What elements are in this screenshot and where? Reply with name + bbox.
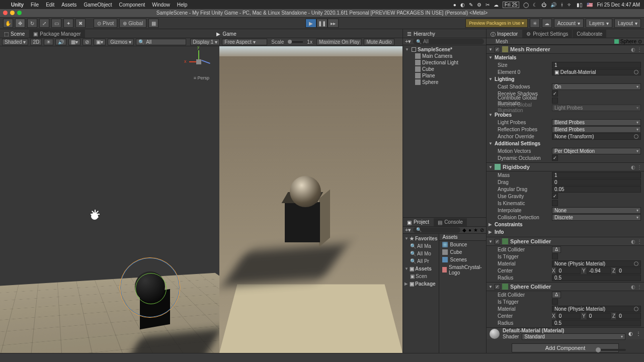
hierarchy-item[interactable]: Main Camera (403, 53, 486, 59)
window-minimize-button[interactable] (10, 11, 15, 15)
hierarchy-scene-row[interactable]: ▼SampleScene* (403, 46, 486, 53)
reflection-probes-dropdown[interactable]: Blend Probes (552, 126, 641, 133)
drag-field[interactable]: 0 (552, 179, 641, 186)
object-picker-icon[interactable]: ⊙ (638, 39, 642, 44)
date-badge[interactable]: Fri 25 (503, 2, 520, 8)
tab-hierarchy[interactable]: ☰Hierarchy (403, 30, 439, 38)
physic-material-field[interactable]: None (Physic Material) (552, 260, 641, 267)
add-component-button[interactable]: Add Component (512, 343, 619, 352)
menu-icon[interactable]: ⋮ (637, 47, 642, 52)
physic-material-field[interactable]: None (Physic Material) (552, 306, 641, 312)
motion-vectors-dropdown[interactable]: Per Object Motion (552, 148, 641, 154)
component-header-mesh-renderer[interactable]: ▼✓ Mesh Renderer ◐⋮ (487, 45, 644, 54)
project-filter-icon[interactable]: ◆ (462, 227, 466, 233)
center-y-field[interactable]: -0.94 (587, 267, 611, 274)
asset-row[interactable]: Scenes (439, 256, 486, 263)
asset-row[interactable]: Cube (439, 248, 486, 256)
interpolate-dropdown[interactable]: None (552, 207, 641, 214)
menu-file[interactable]: File (31, 2, 39, 8)
layout-dropdown[interactable]: Layout▾ (614, 19, 641, 28)
project-assets[interactable]: ▼▣Assets (403, 265, 439, 273)
step-button[interactable]: ▸▸ (328, 19, 339, 28)
2d-toggle[interactable]: 2D (30, 39, 42, 45)
custom-tool[interactable]: ✖ (75, 19, 86, 28)
project-search[interactable]: 🔍 (413, 227, 460, 233)
gizmos-dropdown[interactable]: Gizmos▾ (108, 39, 134, 45)
menu-window[interactable]: Window (152, 2, 170, 8)
angular-drag-field[interactable]: 0.05 (552, 186, 641, 193)
is-kinematic-checkbox[interactable] (552, 200, 558, 206)
menu-assets[interactable]: Assets (61, 2, 76, 8)
light-probes-dropdown[interactable]: Blend Probes (552, 119, 641, 126)
center-z-field[interactable]: 0 (616, 313, 641, 319)
pause-button[interactable]: ❚❚ (316, 19, 328, 28)
scale-slider[interactable] (288, 41, 303, 43)
edit-collider-button[interactable]: ᐃ (552, 292, 561, 298)
wifi-icon[interactable]: ᯤ (568, 2, 573, 8)
is-trigger-checkbox[interactable] (552, 299, 558, 305)
project-zoom-slider[interactable] (596, 349, 626, 351)
scene-audio-toggle[interactable]: 🔊 (55, 39, 66, 45)
window-close-button[interactable] (3, 11, 8, 15)
scene-light-toggle[interactable]: ☀ (44, 39, 53, 45)
project-filter[interactable]: 🔍All Pr (403, 257, 439, 265)
component-header-sphere-collider-2[interactable]: ▼✓ Sphere Collider ◐⋮ (487, 282, 644, 291)
help-icon[interactable]: ◐ (631, 239, 635, 244)
menu-gameobject[interactable]: GameObject (84, 2, 112, 8)
battery-icon[interactable]: ▮▯ (577, 2, 583, 8)
project-filter-icon[interactable]: ● (468, 227, 471, 233)
radius-field[interactable]: 0.5 (552, 275, 641, 281)
scene-view[interactable]: y x ≡ Persp (0, 46, 219, 353)
cast-shadows-dropdown[interactable]: On (552, 83, 641, 90)
transform-tool[interactable]: ✦ (63, 19, 73, 28)
tab-project[interactable]: ▣Project (403, 218, 433, 226)
element0-field[interactable]: ▣ Default-Material (552, 69, 641, 75)
material-header[interactable]: Default-Material (Material) ShaderStanda… (487, 327, 644, 339)
tab-console[interactable]: ▤Console (434, 218, 467, 226)
hand-tool[interactable]: ✋ (3, 19, 13, 28)
hierarchy-item[interactable]: Plane (403, 72, 486, 79)
project-packages[interactable]: ▶▣Package (403, 280, 439, 288)
play-button[interactable]: ▶ (305, 19, 316, 28)
pivot-toggle[interactable]: ⊙Pivot (94, 19, 117, 28)
scene-gizmo-toggle[interactable]: ⊘ (83, 39, 92, 45)
selection-gizmo[interactable] (120, 257, 180, 318)
light-gizmo[interactable] (88, 210, 101, 223)
flag-icon[interactable]: 🇺🇸 (587, 2, 593, 8)
collision-detection-dropdown[interactable]: Discrete (552, 214, 641, 221)
mute-toggle[interactable]: Mute Audio (364, 39, 394, 45)
project-create-button[interactable]: +▾ (405, 227, 411, 233)
bluetooth-icon[interactable]: ᚼ (560, 2, 564, 8)
hierarchy-item[interactable]: Cube (403, 66, 486, 72)
use-gravity-checkbox[interactable]: ✓ (552, 193, 558, 199)
tab-game[interactable]: ▶Game (212, 30, 240, 38)
shading-mode-dropdown[interactable]: Shaded▾ (2, 39, 28, 45)
global-toggle[interactable]: ⊕Global (119, 19, 146, 28)
center-x-field[interactable]: 0 (556, 313, 581, 319)
menu-component[interactable]: Component (119, 2, 145, 8)
receive-shadows-checkbox[interactable]: ✓ (552, 90, 558, 97)
project-folder[interactable]: ▣Scen (403, 273, 439, 280)
help-icon[interactable]: ◐ (631, 284, 635, 290)
layers-dropdown[interactable]: Layers▾ (586, 19, 612, 28)
anchor-override-field[interactable]: None (Transform) (552, 133, 641, 140)
dynamic-occlusion-checkbox[interactable]: ✓ (552, 155, 558, 161)
rotate-tool[interactable]: ↻ (27, 19, 37, 28)
project-hidden-icon[interactable]: ⊘ (480, 227, 484, 233)
game-view[interactable] (219, 46, 403, 353)
materials-size-field[interactable]: 1 (552, 62, 641, 68)
hierarchy-create-button[interactable]: +▾ (405, 38, 411, 45)
display-dropdown[interactable]: Display 1▾ (190, 39, 220, 45)
scale-tool[interactable]: ⤢ (39, 19, 49, 28)
hierarchy-search[interactable]: 🔍 All (413, 39, 484, 44)
move-tool[interactable]: ✥ (15, 19, 25, 28)
asset-row[interactable]: Bounce (439, 241, 486, 248)
help-icon[interactable]: ◐ (628, 331, 633, 336)
asset-row[interactable]: SmashCrystal-Logo (439, 263, 486, 277)
project-filter[interactable]: 🔍All Mo (403, 250, 439, 257)
hierarchy-item[interactable]: Sphere (403, 79, 486, 85)
center-z-field[interactable]: 0 (616, 267, 641, 274)
menu-icon[interactable]: ⋮ (637, 164, 642, 170)
scene-camera-toggle[interactable]: ▣▾ (94, 39, 106, 45)
menu-icon[interactable]: ⋮ (637, 239, 642, 244)
